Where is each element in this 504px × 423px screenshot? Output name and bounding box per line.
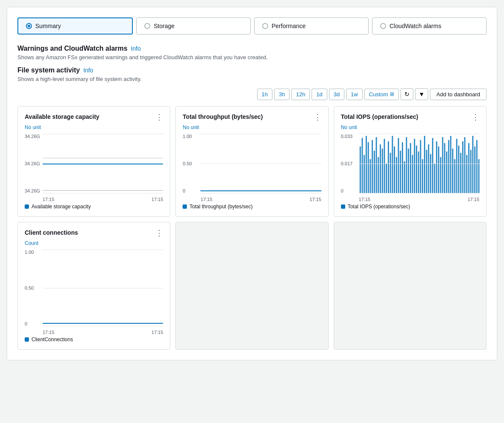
chart-throughput-area: 1.00 0.50 0 17:15 17:15 [183,134,321,202]
chart-connections-legend: ClientConnections [25,337,163,342]
svg-rect-10 [380,144,381,193]
chart-connections-menu[interactable]: ⋮ [155,229,163,237]
svg-rect-40 [440,157,441,193]
activity-heading: File system activity Info [17,66,487,74]
tab-performance-radio [262,23,268,29]
svg-rect-9 [378,157,379,193]
svg-rect-55 [470,150,471,193]
time-btn-1w[interactable]: 1w [346,89,363,100]
svg-rect-36 [432,138,433,193]
chart-client-connections: Client connections ⋮ Count 1.00 0.50 0 [17,222,170,350]
warnings-info-link[interactable]: Info [131,45,140,52]
svg-rect-57 [474,147,475,193]
storage-main-line [43,164,163,164]
svg-rect-21 [402,142,403,193]
time-btn-1h[interactable]: 1h [257,89,272,100]
tab-storage-radio [144,23,150,29]
gridline-top [200,134,321,134]
svg-rect-8 [375,137,377,193]
svg-rect-49 [458,146,459,193]
svg-rect-33 [426,150,427,193]
legend-dot-throughput [183,204,187,209]
chart-throughput-unit: No unit [183,124,321,130]
chart-connections-unit: Count [25,240,163,246]
chart-throughput-title: Total throughput (bytes/sec) [183,113,263,120]
svg-rect-20 [400,151,401,193]
svg-rect-15 [389,153,391,193]
svg-rect-6 [372,140,373,193]
time-btn-12h[interactable]: 12h [291,89,310,100]
chart-iops-time: 17:15 17:15 [359,197,479,202]
svg-rect-41 [442,137,443,193]
time-btn-1d[interactable]: 1d [312,89,327,100]
svg-rect-23 [406,137,407,193]
tab-storage[interactable]: Storage [136,17,251,35]
tab-storage-label: Storage [154,23,175,29]
svg-rect-45 [450,136,451,193]
svg-rect-19 [398,138,399,193]
download-button[interactable]: ▼ [415,88,429,100]
chart-throughput-legend: Total throughput (bytes/sec) [183,204,321,210]
activity-info-link[interactable]: Info [83,67,93,74]
chart-storage-title: Available storage capacity [25,113,99,120]
svg-rect-39 [438,147,439,193]
svg-rect-28 [416,146,417,193]
chart-storage-time: 17:15 17:15 [43,197,163,202]
svg-rect-58 [476,140,477,193]
chart-iops-plot [359,134,479,193]
tab-performance[interactable]: Performance [254,17,369,35]
svg-rect-14 [388,141,389,193]
grid-icon: ⊞ [390,91,394,97]
time-btn-custom[interactable]: Custom ⊞ [364,89,399,100]
legend-label-throughput: Total throughput (bytes/sec) [189,204,252,210]
empty-slot-2 [334,222,487,350]
throughput-main-line [200,190,321,191]
refresh-button[interactable]: ↻ [401,88,413,100]
tab-performance-label: Performance [272,23,306,29]
chart-iops-ylabels: 0.033 0.017 0 [341,134,357,193]
chart-connections-ylabels: 1.00 0.50 0 [25,250,41,326]
legend-label-iops: Total IOPS (operations/sec) [348,204,410,210]
chart-storage-menu[interactable]: ⋮ [155,113,163,121]
svg-rect-46 [452,149,453,193]
chart-connections-title: Client connections [25,229,78,236]
chart-storage-legend: Available storage capacity [25,204,163,210]
tab-summary-radio [26,23,32,29]
svg-rect-35 [430,154,431,193]
chart-iops-area: 0.033 0.017 0 [341,134,479,202]
svg-rect-43 [446,152,447,193]
svg-rect-5 [369,159,371,193]
chart-throughput: Total throughput (bytes/sec) ⋮ No unit 1… [175,106,328,217]
svg-rect-54 [468,143,470,193]
chart-iops-menu[interactable]: ⋮ [472,113,479,121]
legend-dot-iops [341,204,345,209]
custom-btn-label: Custom [369,91,388,98]
chart-storage-unit: No unit [25,124,163,130]
chart-throughput-menu[interactable]: ⋮ [314,113,321,121]
legend-dot-connections [25,337,29,342]
connections-main-line [43,323,163,324]
svg-rect-3 [366,136,367,193]
svg-rect-4 [367,142,369,193]
svg-rect-51 [462,141,463,193]
chart-connections-header: Client connections ⋮ [25,229,163,237]
chart-connections-plot [43,250,163,326]
tab-cloudwatch[interactable]: CloudWatch alarms [372,17,487,35]
svg-rect-0 [360,147,361,193]
tab-bar: Summary Storage Performance CloudWatch a… [17,17,487,35]
svg-rect-44 [448,140,449,193]
svg-rect-26 [412,155,413,193]
svg-rect-56 [472,136,473,193]
gridline-mid [200,164,321,164]
tab-summary[interactable]: Summary [17,17,133,35]
svg-rect-16 [392,136,393,193]
add-dashboard-button[interactable]: Add to dashboard [430,89,487,100]
svg-rect-27 [414,139,415,193]
svg-rect-25 [410,143,411,193]
svg-rect-31 [422,159,423,193]
time-btn-3d[interactable]: 3d [329,89,344,100]
legend-dot-storage [25,204,29,209]
empty-slot-1 [175,222,328,350]
chart-iops-title: Total IOPS (operations/sec) [341,113,418,120]
time-btn-3h[interactable]: 3h [274,89,289,100]
